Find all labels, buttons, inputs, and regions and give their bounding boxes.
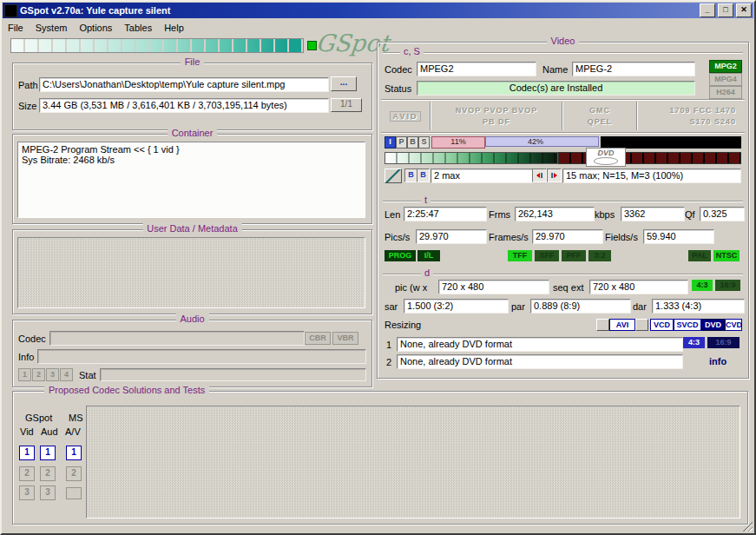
left-arrow-icon — [536, 173, 540, 178]
menu-tables[interactable]: Tables — [124, 21, 159, 35]
frms-field[interactable]: 262,143 — [515, 207, 595, 221]
file-group-title: File — [181, 56, 205, 67]
pic-size-field[interactable]: 720 x 480 — [438, 280, 549, 294]
avi-format-button[interactable]: AVI — [609, 319, 635, 331]
kbps-field[interactable]: 3362 — [621, 207, 685, 221]
fieldsps-label: Fields/s — [605, 232, 638, 242]
len-field[interactable]: 2:25:47 — [404, 207, 487, 221]
dar-field[interactable]: 1.333 (4:3) — [652, 299, 745, 314]
audio-groupbox: Audio Codec CBR VBR Info 1 2 3 4 Stat — [12, 320, 372, 387]
qf-field[interactable]: 0.325 — [700, 207, 745, 221]
size-field[interactable]: 3.44 GB (3,531 MB / 3,616,401 KB / 3,703… — [39, 98, 329, 113]
fieldsps-field[interactable]: 59.940 — [643, 229, 714, 244]
file-nav-button[interactable]: 1/1 — [331, 98, 362, 112]
gspot-vid-test-3: 3 — [19, 485, 35, 500]
gop-length-field[interactable]: 15 max; N=15, M=3 (100%) — [562, 168, 741, 183]
gop-end-icon: I — [547, 168, 562, 182]
video-codec-label: Codec — [385, 64, 412, 75]
ms-av-test-2: 2 — [66, 466, 82, 481]
scan-progress-bar — [10, 38, 304, 53]
dimensions-section-label: d — [421, 268, 433, 278]
av-column-label: A/V — [65, 426, 81, 437]
menu-help[interactable]: Help — [164, 21, 191, 35]
time-section-label: t — [421, 195, 431, 205]
title-bar[interactable]: GSpot v2.70a: Yule capture silent _ □ ✕ — [3, 3, 753, 18]
bitrate-scan-icon[interactable] — [385, 168, 402, 183]
resize-row2-number: 2 — [386, 357, 391, 367]
vcd-format-button[interactable]: VCD — [650, 319, 674, 331]
gspot-vid-test-1[interactable]: 1 — [19, 446, 35, 460]
video-name-field[interactable]: MPEG-2 — [572, 62, 695, 76]
codec-section-line — [383, 52, 743, 53]
i-frame-percentage-bar: 11% — [431, 136, 485, 149]
info-link[interactable]: info — [709, 356, 726, 367]
audio-codec-label: Codec — [18, 334, 46, 344]
qf-label: Qf — [685, 209, 695, 220]
gspot-aud-test-1[interactable]: 1 — [40, 446, 56, 460]
frame-type-p: P — [396, 136, 407, 149]
pics-field[interactable]: 29.970 — [416, 229, 487, 244]
avid-flag: AVID — [390, 111, 422, 122]
time-section-line — [383, 201, 743, 201]
video-codec-field[interactable]: MPEG2 — [417, 62, 536, 76]
resize-minus-button[interactable] — [635, 319, 648, 331]
minimize-button[interactable]: _ — [700, 3, 715, 17]
video-status-field: Codec(s) are Installed — [417, 81, 695, 96]
pal-indicator: PAL — [688, 250, 711, 261]
svcd-format-button[interactable]: SVCD — [674, 319, 701, 331]
dvd-format-button[interactable]: DVD — [701, 319, 725, 331]
gop-i-letter: I — [541, 171, 543, 180]
pff-indicator: PFF — [562, 250, 586, 261]
solutions-group-title: Proposed Codec Solutions and Tests — [44, 385, 209, 395]
ms-av-blank-slot — [66, 487, 82, 499]
maximize-button[interactable]: □ — [718, 3, 733, 17]
audio-slot-2: 2 — [32, 368, 45, 381]
video-name-label: Name — [542, 64, 568, 75]
audio-slot-3: 3 — [46, 368, 59, 381]
video-group-title: Video — [547, 36, 580, 46]
browse-button[interactable]: ... — [331, 76, 357, 91]
gop-start-icon: I — [532, 168, 547, 182]
close-button[interactable]: ✕ — [736, 3, 752, 17]
audio-group-title: Audio — [175, 314, 208, 324]
vid-column-label: Vid — [20, 426, 34, 437]
ms-av-test-1[interactable]: 1 — [66, 446, 82, 460]
dvd-logo-text: DVD — [597, 149, 614, 157]
bframe-icon-2: B — [417, 168, 430, 182]
seq-ext-field[interactable]: 720 x 480 — [589, 280, 688, 294]
resize-row2-field[interactable]: None, already DVD format — [397, 354, 683, 369]
bframe-icon-1: B — [404, 168, 417, 182]
cvd-format-button[interactable]: CVD — [725, 319, 742, 331]
len-label: Len — [385, 209, 400, 220]
path-field[interactable]: C:\Users\Jonathan\Desktop\temp\Yule capt… — [39, 77, 329, 92]
menu-file[interactable]: File — [8, 21, 30, 35]
b-frame-bar — [601, 136, 741, 149]
file-groupbox: File Path C:\Users\Jonathan\Desktop\temp… — [12, 63, 372, 130]
pic-label: pic (w x — [395, 282, 427, 293]
menu-options[interactable]: Options — [79, 21, 119, 35]
window-icon[interactable] — [4, 4, 17, 17]
resize-plus-button[interactable] — [596, 319, 609, 331]
resizing-label: Resizing — [385, 320, 421, 330]
frms-label: Frms — [489, 209, 510, 220]
par-label: par — [511, 301, 525, 312]
size-label: Size — [18, 101, 36, 111]
menu-system[interactable]: System — [36, 21, 75, 35]
gspot-vid-test-2: 2 — [19, 466, 35, 481]
bframes-max-field[interactable]: 2 max — [431, 168, 533, 183]
sar-field[interactable]: 1.500 (3:2) — [404, 299, 509, 314]
codec-section-label: c, S — [400, 46, 424, 56]
path-label: Path — [18, 80, 38, 90]
gmc-flag: GMC — [589, 106, 610, 115]
frame-type-b: B — [407, 136, 418, 149]
flags-top-line — [381, 99, 745, 100]
audio-stat-label: Stat — [79, 370, 96, 380]
resize-row1-field[interactable]: None, already DVD format — [397, 337, 683, 352]
video-groupbox: Video c, S Codec MPEG2 Name MPEG-2 MPG2 … — [377, 42, 749, 379]
vop-flags: NVOP PVOP BVOP — [456, 106, 538, 115]
framesps-field[interactable]: 29.970 — [532, 229, 603, 244]
mpg2-badge: MPG2 — [709, 60, 742, 73]
par-field[interactable]: 0.889 (8:9) — [530, 299, 631, 314]
userdata-group-title: User Data / Metadata — [142, 223, 242, 234]
mpg4-badge: MPG4 — [709, 73, 742, 86]
